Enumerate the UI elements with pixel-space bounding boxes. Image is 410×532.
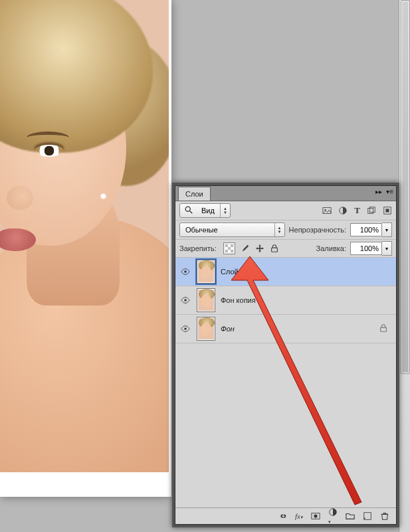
delete-layer-icon[interactable] xyxy=(380,511,389,521)
layer-thumbnail[interactable] xyxy=(197,260,215,284)
add-mask-icon[interactable] xyxy=(311,511,320,521)
workspace: Слои ▸▸ ▾≡ Вид ▲▼ xyxy=(0,0,410,532)
view-label: Вид xyxy=(196,207,220,215)
adjustment-layer-icon[interactable]: ▾ xyxy=(328,507,338,525)
layers-panel-inner: Слои ▸▸ ▾≡ Вид ▲▼ xyxy=(175,185,397,525)
filter-row: Вид ▲▼ T xyxy=(175,201,396,221)
link-layers-icon[interactable] xyxy=(278,511,287,521)
layer-name[interactable]: Фон xyxy=(221,325,235,333)
search-icon xyxy=(180,205,196,216)
svg-point-18 xyxy=(184,327,187,330)
scrollbar-thumb[interactable] xyxy=(401,0,410,374)
portrait-photo xyxy=(0,0,169,472)
svg-rect-15 xyxy=(271,248,277,252)
opacity-value[interactable]: 100% xyxy=(350,223,382,236)
lock-brush-icon[interactable] xyxy=(241,244,250,253)
panel-menu-icon[interactable]: ▾≡ xyxy=(386,188,393,195)
eye-icon xyxy=(181,296,190,305)
svg-rect-13 xyxy=(225,250,228,252)
layers-panel: Слои ▸▸ ▾≡ Вид ▲▼ xyxy=(172,183,399,527)
svg-rect-5 xyxy=(368,209,373,214)
document-window xyxy=(0,0,171,497)
new-layer-icon[interactable] xyxy=(363,511,372,521)
layer-thumbnail[interactable] xyxy=(197,288,215,312)
svg-rect-11 xyxy=(231,244,233,247)
layer-name[interactable]: Фон копия xyxy=(221,296,256,304)
blend-mode-value: Обычные xyxy=(180,226,223,234)
svg-rect-6 xyxy=(369,207,375,213)
eye-icon xyxy=(181,324,190,333)
svg-rect-8 xyxy=(385,209,389,212)
panel-tabbar: Слои ▸▸ ▾≡ xyxy=(175,186,396,201)
lock-all-icon[interactable] xyxy=(270,244,279,253)
svg-point-16 xyxy=(184,270,187,273)
svg-rect-19 xyxy=(381,327,387,331)
chevron-down-icon[interactable]: ▼ xyxy=(382,241,392,256)
layer-row[interactable]: Фон xyxy=(175,315,396,343)
chevron-down-icon[interactable]: ▼ xyxy=(382,222,392,237)
tab-label: Слои xyxy=(185,190,203,198)
filter-shape-icon[interactable] xyxy=(367,206,376,215)
layer-fx-icon[interactable]: fx▾ xyxy=(295,512,303,520)
blend-mode-select[interactable]: Обычные ▲▼ xyxy=(179,222,285,237)
layers-bottom-bar: fx▾ ▾ xyxy=(175,507,396,524)
svg-point-17 xyxy=(184,299,187,302)
filter-type-icon[interactable]: T xyxy=(354,205,360,216)
lock-label: Закрепить: xyxy=(179,244,217,252)
fill-input[interactable]: 100% ▼ xyxy=(350,241,392,256)
chevron-updown-icon: ▲▼ xyxy=(220,204,230,217)
layer-row[interactable]: Слой 1 xyxy=(175,258,396,286)
svg-rect-10 xyxy=(225,244,228,247)
chevron-updown-icon: ▲▼ xyxy=(274,223,284,236)
filter-smart-icon[interactable] xyxy=(383,206,392,215)
layer-filter-type[interactable]: Вид ▲▼ xyxy=(179,203,231,218)
collapse-icon[interactable]: ▸▸ xyxy=(375,188,382,195)
lock-move-icon[interactable] xyxy=(255,244,264,253)
layer-thumbnail[interactable] xyxy=(197,317,215,341)
visibility-toggle[interactable] xyxy=(179,267,191,276)
filter-adjust-icon[interactable] xyxy=(338,206,348,215)
eye-icon xyxy=(181,267,190,276)
visibility-toggle[interactable] xyxy=(179,324,191,333)
fill-label: Заливка: xyxy=(316,244,346,252)
lock-transparent-icon[interactable] xyxy=(223,242,235,254)
image-canvas[interactable] xyxy=(0,0,169,472)
opacity-label: Непрозрачность: xyxy=(289,226,346,234)
tab-layers[interactable]: Слои xyxy=(178,187,211,201)
vertical-scrollbar[interactable] xyxy=(399,0,410,532)
svg-point-0 xyxy=(185,207,190,211)
svg-rect-14 xyxy=(231,250,233,252)
svg-point-21 xyxy=(314,514,317,517)
layer-row[interactable]: Фон копия xyxy=(175,286,396,315)
layer-name[interactable]: Слой 1 xyxy=(221,268,245,276)
new-group-icon[interactable] xyxy=(346,511,355,521)
lock-row: Закрепить: Заливка: 100% ▼ xyxy=(175,240,396,258)
svg-rect-23 xyxy=(364,513,371,520)
filter-pixel-icon[interactable] xyxy=(322,206,332,215)
svg-line-1 xyxy=(190,211,193,214)
blend-row: Обычные ▲▼ Непрозрачность: 100% ▼ xyxy=(175,221,396,240)
visibility-toggle[interactable] xyxy=(179,296,191,305)
lock-icon xyxy=(379,323,388,334)
opacity-input[interactable]: 100% ▼ xyxy=(350,222,392,237)
layers-list: Слой 1 Фон копия Фон xyxy=(175,258,396,507)
fill-value[interactable]: 100% xyxy=(350,242,382,255)
svg-rect-12 xyxy=(228,247,231,250)
